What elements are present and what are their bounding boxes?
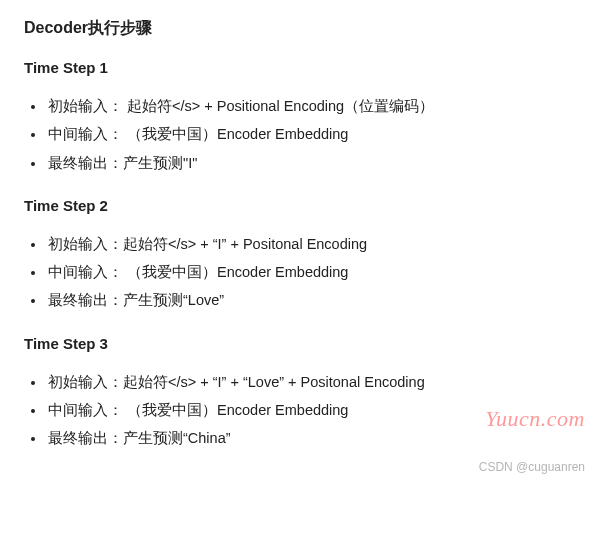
step-heading: Time Step 2: [24, 197, 577, 214]
list-item: 初始输入：起始符</s> + “I” + “Love” + Positonal …: [46, 368, 577, 396]
step-list: 初始输入： 起始符</s> + Positional Encoding（位置编码…: [24, 92, 577, 177]
step-list: 初始输入：起始符</s> + “I” + Positonal Encoding …: [24, 230, 577, 315]
time-step-2: Time Step 2 初始输入：起始符</s> + “I” + Positon…: [24, 197, 577, 315]
list-item: 最终输出：产生预测“Love”: [46, 286, 577, 314]
time-step-3: Time Step 3 初始输入：起始符</s> + “I” + “Love” …: [24, 335, 577, 453]
list-item: 中间输入： （我爱中国）Encoder Embedding: [46, 396, 577, 424]
step-list: 初始输入：起始符</s> + “I” + “Love” + Positonal …: [24, 368, 577, 453]
time-step-1: Time Step 1 初始输入： 起始符</s> + Positional E…: [24, 59, 577, 177]
watermark-author: CSDN @cuguanren: [479, 460, 585, 474]
list-item: 中间输入： （我爱中国）Encoder Embedding: [46, 258, 577, 286]
list-item: 最终输出：产生预测“China”: [46, 424, 577, 452]
list-item: 中间输入： （我爱中国）Encoder Embedding: [46, 120, 577, 148]
page-title: Decoder执行步骤: [24, 18, 577, 39]
list-item: 初始输入：起始符</s> + “I” + Positonal Encoding: [46, 230, 577, 258]
list-item: 最终输出：产生预测"I": [46, 149, 577, 177]
step-heading: Time Step 1: [24, 59, 577, 76]
list-item: 初始输入： 起始符</s> + Positional Encoding（位置编码…: [46, 92, 577, 120]
step-heading: Time Step 3: [24, 335, 577, 352]
